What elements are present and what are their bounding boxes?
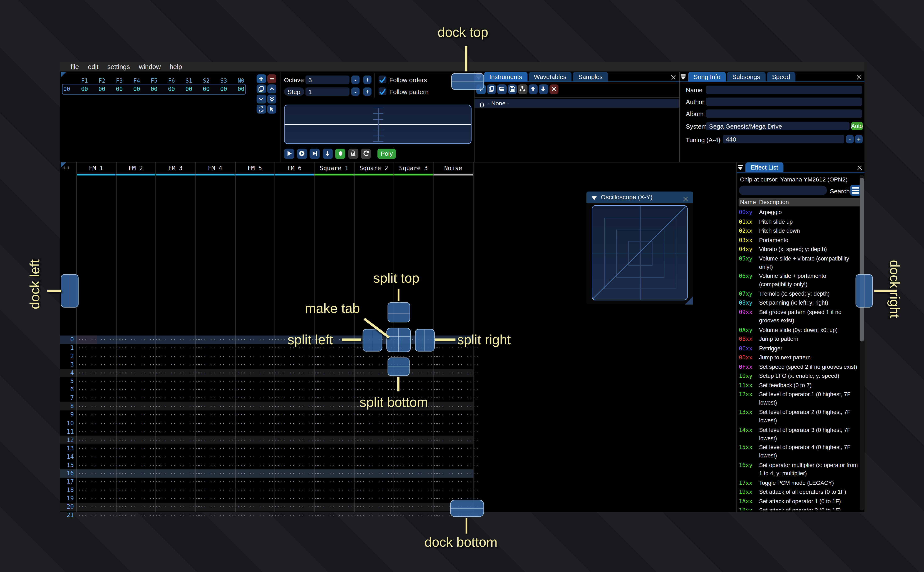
pattern-cell-empty[interactable]: ··· ·· ·· ···· <box>316 352 360 361</box>
effect-list-menu-button[interactable] <box>850 185 861 195</box>
dock-top-target[interactable] <box>451 73 483 90</box>
tab-speed[interactable]: Speed <box>767 72 796 81</box>
effect-row-1Bxx[interactable]: 1BxxSet attack of operator 2 (0 to 1F) <box>739 506 860 511</box>
tab-samples[interactable]: Samples <box>573 72 608 81</box>
pattern-row[interactable]: 20··· ·· ·· ······· ·· ·· ······· ·· ·· … <box>60 503 473 511</box>
tab-instruments[interactable]: Instruments <box>484 72 527 81</box>
pattern-cell-empty[interactable]: ··· ·· ·· ···· <box>276 486 320 495</box>
play-from-start-button[interactable] <box>297 149 307 159</box>
effect-row-07xy[interactable]: 07xyTremolo (x: speed; y: depth) <box>739 289 860 299</box>
orders-cell[interactable]: 00 <box>168 86 175 92</box>
pattern-cell-empty[interactable]: ··· ·· ·· ···· <box>118 477 161 487</box>
effect-row-01xx[interactable]: 01xxPitch slide up <box>739 218 860 227</box>
pattern-cell-empty[interactable]: ··· ·· ·· ···· <box>157 461 201 470</box>
pattern-cell-empty[interactable]: ··· ·· ·· ···· <box>118 494 161 503</box>
pattern-cell-empty[interactable]: ··· ·· ·· ···· <box>197 419 241 428</box>
pattern-cell-empty[interactable]: ··· ·· ·· ···· <box>356 378 399 386</box>
collapse-icon[interactable] <box>591 193 598 201</box>
pattern-cell-empty[interactable]: ··· ·· ·· ···· <box>197 411 241 420</box>
pattern-cell-empty[interactable]: ··· ·· ·· ···· <box>396 452 439 462</box>
octave-decrement-button[interactable]: - <box>351 75 360 84</box>
channel-header-fm-6[interactable]: FM 6 <box>274 163 314 173</box>
pattern-cell-empty[interactable]: ··· ·· ·· ···· <box>197 452 241 462</box>
pattern-cell-empty[interactable]: ··· ·· ·· ···· <box>237 503 280 511</box>
pattern-cell-empty[interactable]: ··· ·· ·· ···· <box>316 461 360 470</box>
pattern-cell-empty[interactable]: ··· ·· ·· ···· <box>157 503 201 511</box>
pattern-cell-empty[interactable]: ··· ·· ·· ···· <box>396 436 439 445</box>
pattern-cell-empty[interactable]: ··· ·· ·· ···· <box>435 461 478 470</box>
pattern-cell-empty[interactable]: ··· ·· ·· ···· <box>435 452 478 462</box>
instrument-open-button[interactable] <box>497 84 506 94</box>
pattern-cell-empty[interactable]: ··· ·· ·· ···· <box>118 452 161 462</box>
orders-cell[interactable]: 00 <box>203 86 210 92</box>
poly-button[interactable]: Poly <box>377 149 396 159</box>
pattern-cell-empty[interactable]: ··· ·· ·· ···· <box>276 419 320 428</box>
pattern-cell-empty[interactable]: ··· ·· ·· ···· <box>356 427 399 436</box>
system-input[interactable]: Sega Genesis/Mega Drive <box>706 122 850 130</box>
pattern-cell-empty[interactable]: ··· ·· ·· ···· <box>118 361 161 370</box>
pattern-cell-empty[interactable]: ··· ·· ·· ···· <box>316 452 360 462</box>
menu-item-file[interactable]: file <box>66 63 84 70</box>
pattern-cell-empty[interactable]: ··· ·· ·· ···· <box>78 403 122 412</box>
orders-cell[interactable]: 00 <box>81 86 88 92</box>
pattern-cell-empty[interactable]: ··· ·· ·· ···· <box>435 469 478 478</box>
pattern-cell-empty[interactable]: ··· ·· ·· ···· <box>157 486 201 495</box>
pattern-cell-empty[interactable]: ··· ·· ·· ···· <box>237 419 280 428</box>
pattern-cell-empty[interactable]: ··· ·· ·· ···· <box>396 461 439 470</box>
effect-row-15xx[interactable]: 15xxSet level of operator 4 (0 highest, … <box>739 443 860 461</box>
pattern-cell-empty[interactable]: ··· ·· ·· ···· <box>118 336 161 345</box>
orders-cell[interactable]: 00 <box>220 86 227 92</box>
pattern-cell-empty[interactable]: ··· ·· ·· ···· <box>276 403 320 412</box>
pattern-cell-empty[interactable]: ··· ·· ·· ···· <box>237 344 280 353</box>
pattern-cell-empty[interactable]: ··· ·· ·· ···· <box>316 503 360 511</box>
pattern-cell-empty[interactable]: ··· ·· ·· ···· <box>237 403 280 412</box>
pattern-cell-empty[interactable]: ··· ·· ·· ···· <box>396 444 439 453</box>
order-duplicate-button[interactable] <box>257 84 266 93</box>
effect-scrollbar-thumb[interactable] <box>860 178 863 341</box>
pattern-cell-empty[interactable]: ··· ·· ·· ···· <box>78 344 122 353</box>
pattern-cell-empty[interactable]: ··· ·· ·· ···· <box>396 378 439 386</box>
effect-row-04xy[interactable]: 04xyVibrato (x: speed; y: depth) <box>739 245 860 254</box>
dock-left-target[interactable] <box>61 274 78 308</box>
oscilloscope-xy-window[interactable]: Oscilloscope (X-Y) <box>586 191 693 305</box>
pattern-cell-empty[interactable]: ··· ·· ·· ···· <box>316 386 360 395</box>
pattern-cell-empty[interactable]: ··· ·· ·· ···· <box>396 477 439 487</box>
order-deep-clone-button[interactable] <box>257 104 266 113</box>
pattern-cell-empty[interactable]: ··· ·· ·· ···· <box>118 369 161 378</box>
pattern-cell-empty[interactable]: ··· ·· ·· ···· <box>396 419 439 428</box>
pattern-cell-empty[interactable]: ··· ·· ·· ···· <box>356 494 399 503</box>
dock-right-target[interactable] <box>855 274 873 308</box>
channel-header-square-2[interactable]: Square 2 <box>354 163 394 173</box>
pattern-row[interactable]: 5··· ·· ·· ······· ·· ·· ······· ·· ·· ·… <box>60 378 473 386</box>
channel-header-fm-4[interactable]: FM 4 <box>195 163 235 173</box>
pattern-cell-empty[interactable]: ··· ·· ·· ···· <box>78 386 122 395</box>
pattern-cell-empty[interactable]: ··· ·· ·· ···· <box>78 503 122 511</box>
effect-row-16xy[interactable]: 16xySet operator multiplier (x: operator… <box>739 461 860 479</box>
effect-row-0Bxx[interactable]: 0BxxJump to pattern <box>739 335 860 344</box>
split-bottom-target[interactable] <box>388 357 410 376</box>
pattern-cell-empty[interactable]: ··· ·· ·· ···· <box>78 477 122 487</box>
pattern-cell-empty[interactable]: ··· ·· ·· ···· <box>396 411 439 420</box>
pattern-cell-empty[interactable]: ··· ·· ·· ···· <box>78 427 122 436</box>
pattern-cell-empty[interactable]: ··· ·· ·· ···· <box>356 411 399 420</box>
pattern-cell-empty[interactable]: ··· ·· ·· ···· <box>237 352 280 361</box>
pattern-row[interactable]: 15··· ·· ·· ······· ·· ·· ······· ·· ·· … <box>60 461 473 469</box>
instrument-move-down-button[interactable] <box>539 84 548 94</box>
effectlist-close-icon[interactable] <box>856 163 863 170</box>
pattern-cell-empty[interactable]: ··· ·· ·· ···· <box>435 444 478 453</box>
orders-cell[interactable]: 00 <box>151 86 157 92</box>
effect-row-0Dxx[interactable]: 0DxxJump to next pattern <box>739 353 860 362</box>
pattern-cell-empty[interactable]: ··· ·· ·· ···· <box>157 511 201 520</box>
effect-search-input[interactable] <box>739 185 827 195</box>
orders-cell[interactable]: 00 <box>185 86 192 92</box>
effect-row-13xx[interactable]: 13xxSet level of operator 2 (0 highest, … <box>739 408 860 426</box>
tab-subsongs[interactable]: Subsongs <box>727 72 765 81</box>
pattern-cell-empty[interactable]: ··· ·· ·· ···· <box>237 386 280 395</box>
pattern-row[interactable]: 1··· ·· ·· ······· ·· ·· ······· ·· ·· ·… <box>60 344 473 352</box>
pattern-cell-empty[interactable]: ··· ·· ·· ···· <box>237 394 280 403</box>
pattern-cell-empty[interactable]: ··· ·· ·· ···· <box>197 477 241 487</box>
pattern-cell-empty[interactable]: ··· ·· ·· ···· <box>78 461 122 470</box>
pattern-cell-empty[interactable]: ··· ·· ·· ···· <box>78 369 122 378</box>
order-move-down-button[interactable] <box>257 94 266 104</box>
pattern-cell-empty[interactable]: ··· ·· ·· ···· <box>157 336 201 345</box>
